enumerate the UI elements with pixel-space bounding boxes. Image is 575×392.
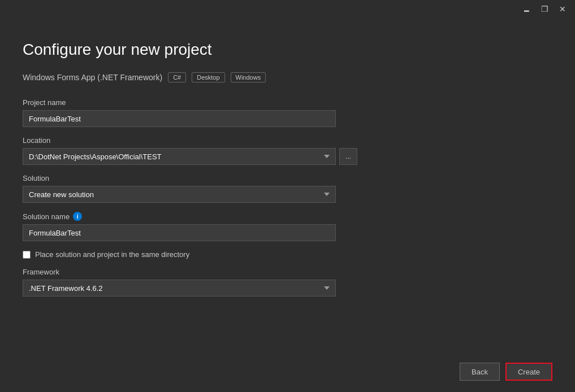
framework-group: Framework .NET Framework 4.6.2 <box>23 268 552 297</box>
location-group: Location D:\DotNet Projects\Aspose\Offic… <box>23 136 552 165</box>
same-directory-checkbox[interactable] <box>23 251 31 259</box>
location-row: D:\DotNet Projects\Aspose\Official\TEST … <box>23 148 552 165</box>
framework-select[interactable]: .NET Framework 4.6.2 <box>23 280 336 297</box>
project-name-label: Project name <box>23 98 552 107</box>
title-bar: 🗕 ❐ ✕ <box>0 0 575 18</box>
configure-project-window: 🗕 ❐ ✕ Configure your new project Windows… <box>0 0 575 392</box>
main-content: Configure your new project Windows Forms… <box>0 18 575 351</box>
project-type-row: Windows Forms App (.NET Framework) C# De… <box>23 72 552 82</box>
form-area: Project name Location D:\DotNet Projects… <box>23 98 552 334</box>
minimize-icon: 🗕 <box>522 5 530 14</box>
same-directory-row: Place solution and project in the same d… <box>23 250 552 259</box>
location-label: Location <box>23 136 552 145</box>
create-button[interactable]: Create <box>505 363 552 381</box>
project-type-label: Windows Forms App (.NET Framework) <box>23 73 162 82</box>
same-directory-label: Place solution and project in the same d… <box>35 250 189 259</box>
footer: Back Create <box>0 351 575 392</box>
browse-button[interactable]: ... <box>339 148 357 165</box>
solution-name-group: Solution name i <box>23 212 552 241</box>
framework-label: Framework <box>23 268 552 276</box>
tag-desktop: Desktop <box>192 72 224 82</box>
solution-select[interactable]: Create new solution <box>23 186 336 203</box>
restore-button[interactable]: ❐ <box>537 3 552 15</box>
restore-icon: ❐ <box>541 5 548 14</box>
project-name-input[interactable] <box>23 110 336 127</box>
browse-icon: ... <box>345 153 351 160</box>
minimize-button[interactable]: 🗕 <box>518 3 534 15</box>
location-select[interactable]: D:\DotNet Projects\Aspose\Official\TEST <box>23 148 336 165</box>
tag-windows: Windows <box>231 72 266 82</box>
solution-group: Solution Create new solution <box>23 174 552 203</box>
close-button[interactable]: ✕ <box>555 3 570 15</box>
page-title: Configure your new project <box>23 41 552 59</box>
info-icon: i <box>73 212 82 221</box>
solution-name-label: Solution name i <box>23 212 552 221</box>
tag-csharp: C# <box>168 72 186 82</box>
close-icon: ✕ <box>559 5 566 14</box>
project-name-group: Project name <box>23 98 552 127</box>
solution-label: Solution <box>23 174 552 182</box>
back-button[interactable]: Back <box>460 363 500 381</box>
solution-name-input[interactable] <box>23 224 336 241</box>
